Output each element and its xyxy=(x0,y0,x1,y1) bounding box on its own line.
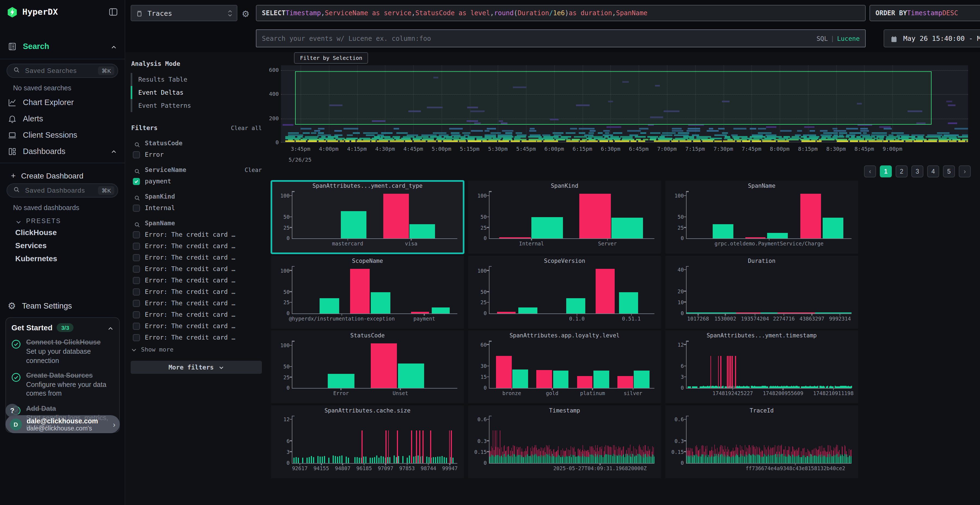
sidebar-item-client-sessions[interactable]: Client Sessions xyxy=(0,127,125,143)
source-settings-gear-icon[interactable]: ⚙ xyxy=(242,9,250,19)
chart-bar[interactable] xyxy=(800,194,821,238)
search-icon[interactable] xyxy=(134,193,140,200)
checkbox[interactable] xyxy=(133,288,140,295)
chart-bar[interactable] xyxy=(341,211,367,238)
chart-bar[interactable] xyxy=(822,218,843,238)
sql-select-editor[interactable]: SELECT Timestamp, ServiceName as service… xyxy=(256,5,865,21)
filter-checkbox-item[interactable]: Error: The credit card … xyxy=(130,242,262,250)
filter-checkbox-item[interactable]: Error: The credit card … xyxy=(130,231,262,238)
mini-chart-scopeversion[interactable]: ScopeVersion025501000.1.00.51.1 xyxy=(468,256,661,329)
mini-chart-spanattributes-yment-card-type[interactable]: SpanAttributes...yment.card_type02550100… xyxy=(271,181,464,254)
checkbox[interactable] xyxy=(133,243,140,249)
checkbox[interactable] xyxy=(133,311,140,318)
selection-rectangle[interactable] xyxy=(295,71,932,125)
sql-mode-label[interactable]: SQL xyxy=(816,35,828,42)
chart-bar[interactable] xyxy=(531,217,563,238)
sidebar-section-search[interactable]: Search xyxy=(0,37,125,56)
chart-bar[interactable] xyxy=(371,344,397,388)
collapse-sidebar-icon[interactable] xyxy=(108,7,118,17)
chevron-up-icon[interactable] xyxy=(107,324,114,331)
clear-filter-button[interactable]: Clear xyxy=(245,167,262,173)
filter-checkbox-item[interactable]: Error xyxy=(130,151,262,158)
filter-checkbox-item[interactable]: Internal xyxy=(130,204,262,212)
analysis-mode-results-table[interactable]: Results Table xyxy=(130,73,262,86)
chart-bar[interactable] xyxy=(411,312,429,313)
filter-checkbox-item[interactable]: Error: The credit card … xyxy=(130,265,262,273)
chart-bar[interactable] xyxy=(512,369,528,388)
mini-chart-timestamp[interactable]: Timestamp00.150.30.62025-05-27T04:09:31.… xyxy=(468,405,661,478)
date-range-picker[interactable]: May 26 15:40:00 - May 26 21:10:00 xyxy=(884,29,980,48)
checkbox[interactable] xyxy=(133,231,140,238)
preset-clickhouse[interactable]: ClickHouse xyxy=(0,226,125,239)
chart-bar[interactable] xyxy=(619,292,638,313)
sidebar-item-chart-explorer[interactable]: Chart Explorer xyxy=(0,94,125,110)
filter-checkbox-item[interactable]: Error: The credit card … xyxy=(130,254,262,261)
order-by-editor[interactable]: ORDER BY Timestamp DESC xyxy=(869,5,980,21)
checkbox[interactable] xyxy=(133,265,140,272)
chart-bar[interactable] xyxy=(497,312,516,313)
checkbox[interactable] xyxy=(133,334,140,341)
pagination-page-3[interactable]: 3 xyxy=(912,165,923,178)
source-select[interactable]: Traces xyxy=(130,5,237,21)
filter-checkbox-item[interactable]: Error: The credit card … xyxy=(130,311,262,318)
chart-bar[interactable] xyxy=(409,224,435,238)
presets-toggle[interactable]: PRESETS xyxy=(0,214,125,226)
chart-bar[interactable] xyxy=(320,298,339,313)
mini-chart-duration[interactable]: Duration01020401017268153000219357420422… xyxy=(665,256,858,329)
saved-dashboards-input[interactable]: Saved Dashboards ⌘K xyxy=(6,183,118,197)
chart-bar[interactable] xyxy=(713,224,733,238)
pagination-page-2[interactable]: 2 xyxy=(896,165,908,178)
chart-bar[interactable] xyxy=(611,218,643,238)
filter-checkbox-item[interactable]: Error: The credit card … xyxy=(130,322,262,330)
analysis-mode-event-deltas[interactable]: Event Deltas xyxy=(130,86,262,99)
chart-bar[interactable] xyxy=(432,308,450,313)
clear-all-button[interactable]: Clear all xyxy=(231,125,262,131)
filter-checkbox-item[interactable]: payment xyxy=(130,178,262,185)
search-icon[interactable] xyxy=(134,220,140,226)
chart-bar[interactable] xyxy=(579,194,611,238)
create-dashboard-button[interactable]: + Create Dashboard xyxy=(0,168,125,181)
mini-chart-spanattributes-app-loyalty-level[interactable]: SpanAttributes.app.loyalty.level0153060b… xyxy=(468,330,661,403)
pagination-page-4[interactable]: 4 xyxy=(927,165,939,178)
chart-bar[interactable] xyxy=(518,308,538,313)
pagination-prev-button[interactable]: ‹ xyxy=(864,165,876,178)
chart-bar[interactable] xyxy=(767,233,788,238)
checkbox[interactable] xyxy=(133,151,140,158)
chart-bar[interactable] xyxy=(398,364,425,388)
chart-bar[interactable] xyxy=(596,269,615,313)
user-menu[interactable]: D dale@clickhouse.com dale@clickhouse.co… xyxy=(5,415,120,433)
chart-bar[interactable] xyxy=(577,376,593,388)
mini-chart-spankind[interactable]: SpanKind02550100InternalServer xyxy=(468,181,661,254)
chart-bar[interactable] xyxy=(383,194,409,238)
chart-bar[interactable] xyxy=(745,237,766,238)
pagination-page-5[interactable]: 5 xyxy=(943,165,955,178)
filter-checkbox-item[interactable]: Error: The credit card … xyxy=(130,299,262,307)
search-input[interactable] xyxy=(262,35,816,42)
chart-bar[interactable] xyxy=(634,371,649,388)
chart-bar[interactable] xyxy=(617,376,633,388)
lucene-mode-label[interactable]: Lucene xyxy=(837,35,860,42)
search-icon[interactable] xyxy=(134,140,140,146)
filter-checkbox-item[interactable]: Error: The credit card … xyxy=(130,333,262,341)
filter-checkbox-item[interactable]: Error: The credit card … xyxy=(130,288,262,295)
chart-bar[interactable] xyxy=(496,356,512,388)
checkbox[interactable] xyxy=(133,322,140,329)
chart-bar[interactable] xyxy=(536,370,552,388)
sidebar-item-dashboards[interactable]: Dashboards xyxy=(0,143,125,159)
chart-bar[interactable] xyxy=(371,292,391,313)
chevron-up-icon[interactable] xyxy=(111,43,117,49)
checkbox-checked[interactable] xyxy=(133,178,140,185)
team-settings-button[interactable]: ⚙ Team Settings xyxy=(0,297,125,314)
mini-chart-spanname[interactable]: SpanName02550100grpc.oteldemo.PaymentSer… xyxy=(665,181,858,254)
mini-chart-spanattributes-yment-timestamp[interactable]: SpanAttributes...yment.timestamp03612174… xyxy=(665,330,858,403)
checkbox[interactable] xyxy=(133,204,140,211)
preset-kubernetes[interactable]: Kubernetes xyxy=(0,252,125,265)
chart-bar[interactable] xyxy=(499,237,531,238)
filter-by-selection-button[interactable]: Filter by Selection xyxy=(294,52,368,64)
saved-searches-input[interactable]: Saved Searches ⌘K xyxy=(6,64,118,78)
events-heatmap[interactable] xyxy=(281,65,968,143)
query-language-toggle[interactable]: SQL|Lucene xyxy=(816,35,860,42)
search-icon[interactable] xyxy=(134,167,140,173)
chart-bar[interactable] xyxy=(566,298,585,313)
checkbox[interactable] xyxy=(133,277,140,284)
